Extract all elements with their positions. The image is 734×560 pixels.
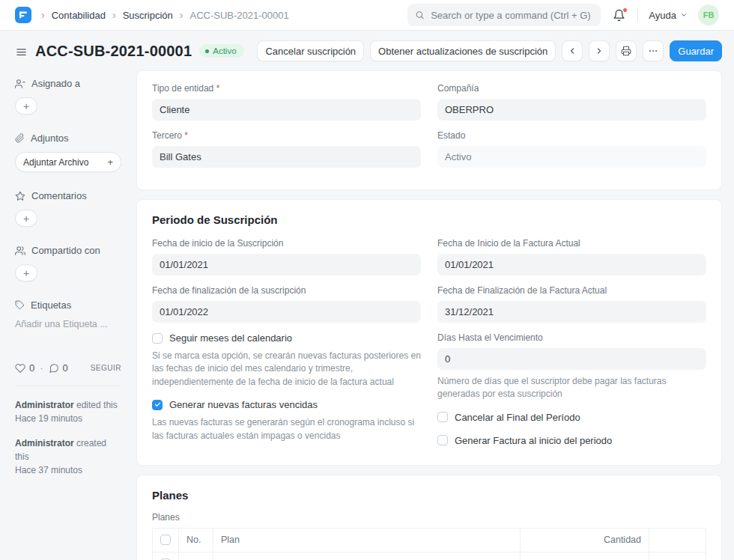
- plans-field-label: Planes: [152, 512, 706, 523]
- paperclip-icon: [15, 133, 25, 143]
- status-field: Estado Activo: [437, 130, 706, 168]
- row-qty[interactable]: 1: [520, 553, 649, 560]
- add-share-button[interactable]: [15, 264, 37, 281]
- breadcrumb-item-current: ACC-SUB-2021-00001: [173, 9, 289, 21]
- entity-type-input[interactable]: Cliente: [152, 99, 421, 121]
- follow-calendar-label: Seguir meses del calendario: [169, 332, 292, 344]
- follow-button[interactable]: SEGUIR: [91, 364, 121, 372]
- app-logo[interactable]: [15, 7, 31, 23]
- entity-type-label: Tipo de entidad: [152, 83, 216, 94]
- subscription-start-input[interactable]: 01/01/2021: [152, 254, 421, 276]
- help-label: Ayuda: [649, 10, 676, 21]
- activity-entry: Administrator created this Hace 37 minut…: [15, 436, 121, 477]
- next-document-button[interactable]: [589, 40, 610, 61]
- required-asterisk: *: [216, 83, 220, 94]
- required-asterisk: *: [184, 130, 188, 141]
- prev-document-button[interactable]: [562, 40, 583, 61]
- column-header-actions: [649, 529, 706, 552]
- heart-icon[interactable]: [15, 363, 25, 374]
- attachments-label: Adjuntos: [31, 133, 69, 144]
- subscription-period-section-card: Periodo de Suscripción Fecha de inicio d…: [136, 199, 722, 466]
- comment-icon[interactable]: [49, 363, 59, 374]
- plans-section-card: Planes Planes No. Plan Cantidad: [136, 475, 722, 560]
- follow-calendar-checkbox-row[interactable]: Seguir meses del calendario: [152, 332, 421, 344]
- company-field: Compañía OBERPRO: [437, 83, 706, 121]
- company-input[interactable]: OBERPRO: [437, 99, 706, 121]
- add-tag-input[interactable]: Añadir una Etiqueta ...: [15, 319, 121, 329]
- generate-backdated-checkbox[interactable]: [152, 400, 163, 410]
- subscription-end-input[interactable]: 01/01/2022: [152, 301, 421, 323]
- chevron-left-icon: [568, 46, 577, 55]
- days-until-due-input[interactable]: 0: [437, 348, 706, 370]
- print-button[interactable]: [616, 40, 637, 61]
- generate-backdated-checkbox-row[interactable]: Generar nuevas facturas vencidas: [152, 399, 421, 410]
- details-section-card: Tipo de entidad * Cliente Tercero * Bill…: [136, 70, 722, 190]
- generate-at-period-start-label: Generar Factura al inicio del periodo: [455, 435, 612, 446]
- notifications-button[interactable]: [611, 7, 627, 23]
- reviews-label: Comentarios: [31, 190, 87, 201]
- select-all-checkbox[interactable]: [160, 535, 171, 545]
- menu-more-button[interactable]: [643, 40, 664, 61]
- column-header-qty: Cantidad: [520, 529, 649, 552]
- cancel-at-period-end-checkbox-row[interactable]: Cancelar al Final del Período: [437, 412, 706, 423]
- fetch-subscription-updates-button[interactable]: Obtener actualizaciones de suscripción: [370, 40, 556, 61]
- social-row: 0 0 SEGUIR: [15, 362, 121, 374]
- shared-with-label: Compartido con: [31, 245, 100, 256]
- generate-at-period-start-checkbox-row[interactable]: Generar Factura al inicio del periodo: [437, 435, 706, 446]
- status-dot-icon: [205, 49, 209, 53]
- plans-table-row: 1 Póliza de Servicio 1 Editar: [153, 552, 706, 560]
- entity-type-field: Tipo de entidad * Cliente: [152, 83, 421, 121]
- party-input[interactable]: Bill Gates: [152, 146, 421, 168]
- activity-entry: Administrator edited this Hace 19 minuto…: [15, 398, 121, 425]
- add-review-button[interactable]: [15, 210, 37, 227]
- chevron-down-icon: [680, 11, 688, 19]
- global-search[interactable]: [407, 4, 601, 26]
- subscription-start-label: Fecha de inicio de la Suscripción: [152, 238, 421, 249]
- menu-icon: [15, 46, 28, 58]
- generate-at-period-start-checkbox[interactable]: [437, 435, 448, 445]
- plans-section-title: Planes: [152, 489, 706, 502]
- activity-time: Hace 37 minutos: [15, 465, 82, 475]
- party-field: Tercero * Bill Gates: [152, 130, 421, 168]
- cancel-at-period-end-label: Cancelar al Final del Período: [455, 412, 580, 423]
- days-until-due-field: Días Hasta el Vencimiento 0: [437, 332, 706, 370]
- tag-icon: [15, 300, 25, 310]
- add-assignment-button[interactable]: [15, 97, 37, 115]
- sidebar-toggle-button[interactable]: [15, 45, 28, 58]
- help-menu[interactable]: Ayuda: [649, 10, 688, 21]
- notification-dot: [622, 7, 628, 13]
- breadcrumb-item-doctype[interactable]: Suscripción: [106, 9, 173, 21]
- generate-backdated-description: Las nuevas facturas se generarán según e…: [152, 416, 421, 442]
- activity-time: Hace 19 minutos: [15, 413, 82, 424]
- cancel-subscription-button[interactable]: Cancelar suscripción: [257, 40, 364, 61]
- activity-user: Administrator: [15, 438, 74, 448]
- page-head: ACC-SUB-2021-00001 Activo Cancelar suscr…: [15, 31, 722, 70]
- save-button[interactable]: Guardar: [670, 40, 722, 61]
- subscription-end-field: Fecha de finalización de la suscripción …: [152, 285, 421, 323]
- status-badge[interactable]: Activo: [199, 44, 243, 58]
- dot-separator: [34, 362, 48, 374]
- search-icon: [415, 10, 425, 20]
- assigned-to-label: Asignado a: [31, 78, 80, 89]
- follow-calendar-checkbox[interactable]: [152, 333, 163, 344]
- ellipsis-icon: [648, 46, 658, 56]
- row-index: 1: [178, 553, 213, 560]
- shared-users-icon: [15, 246, 25, 256]
- invoice-end-field: Fecha de Finalización de la Factura Actu…: [437, 285, 706, 323]
- status-value: Activo: [437, 146, 706, 168]
- row-plan-link[interactable]: Póliza de Servicio: [213, 553, 520, 560]
- days-until-due-description: Número de días que el suscriptor debe pa…: [437, 375, 706, 401]
- cancel-at-period-end-checkbox[interactable]: [437, 412, 448, 422]
- attach-file-button[interactable]: Adjuntar Archivo: [15, 152, 121, 172]
- navbar-divider: [637, 7, 638, 22]
- tags-label: Etiquetas: [31, 299, 71, 311]
- invoice-end-label: Fecha de Finalización de la Factura Actu…: [437, 285, 706, 296]
- breadcrumb-item-module[interactable]: Contabilidad: [34, 9, 106, 21]
- plans-table-header: No. Plan Cantidad: [153, 529, 706, 552]
- invoice-start-field: Fecha de Inicio de la Factura Actual 01/…: [437, 238, 706, 276]
- search-input[interactable]: [431, 10, 593, 21]
- breadcrumb: Contabilidad Suscripción ACC-SUB-2021-00…: [15, 7, 289, 23]
- invoice-start-input[interactable]: 01/01/2021: [437, 254, 706, 276]
- avatar[interactable]: FB: [698, 4, 719, 25]
- invoice-end-input[interactable]: 31/12/2021: [437, 301, 706, 323]
